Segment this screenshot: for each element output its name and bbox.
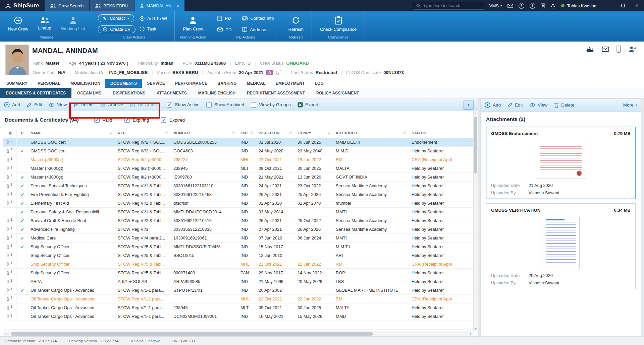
table-row[interactable]: 1Ship Security OfficerSTCW Reg VI/5 & Ta…	[3, 251, 474, 260]
view-button[interactable]: View	[529, 102, 547, 108]
tab-banking[interactable]: BANKING	[212, 79, 241, 88]
col-p[interactable]: P	[17, 128, 28, 138]
filter-funnel-icon[interactable]	[250, 131, 254, 135]
table-row[interactable]: 1✓Personal Survival TechniquesSTCW Reg V…	[3, 182, 474, 190]
table-row[interactable]: 1Master (>3000gt)STCW Reg II/2 (>3000...…	[3, 155, 474, 164]
add-button[interactable]: Add	[485, 102, 501, 108]
attachment-thumbnail[interactable]	[536, 140, 586, 179]
bank-icon[interactable]	[550, 3, 556, 8]
filter-funnel-icon[interactable]	[109, 131, 113, 135]
contact-info-button[interactable]: Contact Info	[241, 15, 275, 22]
working-list-button[interactable]: Working List	[58, 16, 88, 32]
mobile-icon[interactable]	[616, 46, 621, 53]
table-row[interactable]: 2✓Master (>3000gt)STCW Reg II/2 (>3000..…	[3, 173, 474, 182]
edit-button[interactable]: Edit	[507, 102, 523, 108]
refresh-button[interactable]: Refresh	[285, 15, 307, 32]
filter-expired[interactable]: Expired	[161, 117, 185, 123]
vessel-icon[interactable]	[586, 46, 594, 53]
attachment-card-gmdss-verification[interactable]: GMDSS VERIFICATION0.34 MBUploaded Date20…	[486, 203, 636, 289]
check-compliance-button[interactable]: Check Compliance	[317, 15, 360, 32]
col-number[interactable]: NUMBER	[171, 128, 238, 138]
info-icon[interactable]: i	[276, 70, 281, 75]
lineup-button[interactable]: Lineup	[34, 16, 55, 31]
filter-funnel-icon[interactable]	[403, 131, 407, 135]
table-row[interactable]: 1✓Fire Prevention & Fire FightingSTCW Re…	[3, 190, 474, 199]
subtab-attachments[interactable]: ATTACHMENTS	[151, 88, 193, 98]
email-icon[interactable]	[602, 47, 609, 52]
minimize-button[interactable]: –	[602, 0, 616, 11]
table-row[interactable]: 1Master (>3000gt)STCW Reg II/2 (>3000...…	[3, 164, 474, 173]
vertical-scrollbar[interactable]: ▲ ▼	[473, 111, 478, 331]
pd-mail-button[interactable]: PD	[216, 26, 233, 33]
filter-funnel-icon[interactable]	[289, 131, 292, 135]
edit-button[interactable]: Edit	[27, 102, 42, 107]
filter-funnel-icon[interactable]	[327, 131, 331, 135]
window-tab-crew-search[interactable]: Crew Search	[45, 0, 89, 11]
table-row[interactable]: 1✓Survival Craft & Rescue BoatSTCW Reg V…	[3, 216, 474, 225]
attachment-thumbnail[interactable]	[542, 217, 580, 269]
task-button[interactable]: Task	[138, 25, 158, 32]
close-button[interactable]: ×	[630, 0, 644, 11]
scrollbar-thumb[interactable]	[11, 332, 373, 336]
scroll-left-icon[interactable]: ◄	[3, 331, 8, 336]
filter-funnel-icon[interactable]	[232, 131, 235, 135]
close-tab-icon[interactable]: ×	[176, 3, 179, 8]
search-input[interactable]	[423, 3, 481, 8]
user-menu[interactable]: Tobias Kwetina	[561, 3, 596, 8]
tab-log[interactable]: LOG	[310, 79, 329, 88]
col-attachments[interactable]	[3, 128, 17, 138]
horizontal-scrollbar[interactable]: ◄ ►	[3, 331, 473, 336]
global-search[interactable]	[413, 2, 484, 10]
info-icon[interactable]: i	[530, 3, 535, 9]
tab-documents[interactable]: DOCUMENTS	[105, 79, 142, 88]
table-row[interactable]: 1✓Advanced Fire FightingSTCW Reg VI/3303…	[3, 225, 474, 234]
filter-funnel-icon[interactable]	[165, 131, 168, 135]
plan-crew-button[interactable]: Plan Crew	[179, 16, 206, 32]
subtab-recruitment-assessment[interactable]: RECRUITMENT ASSESSMENT	[241, 88, 311, 98]
pd-document-button[interactable]: PD	[216, 15, 233, 22]
table-row[interactable]: 1ARPAA-II/1 + SOLASARPA/990585IND21 May …	[3, 277, 474, 286]
tab-personal[interactable]: PERSONAL	[33, 79, 65, 88]
scroll-right-button[interactable]: ›	[464, 100, 474, 110]
create-cv-button[interactable]: Create CV	[98, 25, 136, 33]
show-archived-toggle[interactable]: Show Archived	[206, 102, 244, 108]
col-authority[interactable]: AUTHORITY	[333, 128, 409, 138]
tab-summary[interactable]: SUMMARY	[1, 79, 33, 88]
subtab-marlins-english[interactable]: MARLINS ENGLISH	[193, 88, 241, 98]
form-icon[interactable]	[541, 3, 545, 8]
table-row[interactable]: 1Oil Tanker Cargo Ops - AdvancedSTCW Reg…	[3, 303, 474, 312]
subtab-ocean-lms[interactable]: OCEAN LMS	[71, 88, 107, 98]
table-row[interactable]: 1✓Medical CareSTCW Reg VI/4 para 2...103…	[3, 234, 474, 243]
col-cnt[interactable]: CNT	[238, 128, 256, 138]
export-button[interactable]: Export	[298, 102, 318, 108]
new-crew-button[interactable]: New Crew	[5, 16, 32, 32]
table-row[interactable]: 1Ship Security OfficerSTCW Reg VI/5 & Ta…	[3, 260, 474, 269]
scroll-down-icon[interactable]: ▼	[474, 327, 478, 331]
address-button[interactable]: Address	[241, 26, 275, 33]
tab-service[interactable]: SERVICE	[142, 79, 170, 88]
view-button[interactable]: View	[49, 102, 67, 107]
table-row[interactable]: 2GMDSS GOC certSTCW Reg IV/2 + SOL...GMD…	[3, 138, 474, 147]
tab-mobilisation[interactable]: MOBILISATION	[65, 79, 105, 88]
more-button[interactable]: More ▾	[623, 102, 637, 108]
col-status[interactable]: STATUS	[409, 128, 474, 138]
table-row[interactable]: ✓Personal Safety & Soc. Responsibili...S…	[3, 208, 474, 216]
mail-icon[interactable]	[507, 4, 513, 8]
subtab-documents-certificates[interactable]: DOCUMENTS & CERTIFICATES	[0, 88, 71, 98]
table-row[interactable]: 1Oil Tanker Cargo Ops - AdvancedSTCW Reg…	[3, 295, 474, 303]
show-active-toggle[interactable]: Show Active	[167, 102, 200, 108]
subtab-dispensations[interactable]: DISPENSATIONS	[107, 88, 151, 98]
subtab-policy-assignment[interactable]: POLICY ASSIGNMENT	[311, 88, 365, 98]
vms-dropdown[interactable]: VMS ▾	[489, 3, 502, 8]
view-by-groups-toggle[interactable]: View by Groups	[251, 102, 291, 108]
add-button[interactable]: Add	[4, 102, 20, 108]
delete-button[interactable]: Delete	[554, 102, 574, 108]
table-row[interactable]: 1✓Oil Tanker Cargo Ops - AdvancedSTCW Re…	[3, 286, 474, 295]
table-row[interactable]: 1Ship Security OfficerSTCW Reg VI/5 & Ta…	[3, 269, 474, 277]
table-row[interactable]: 1✓Ship Security OfficerSTCW Reg VI/5 & T…	[3, 243, 474, 251]
help-icon[interactable]: ?	[519, 3, 524, 9]
scroll-right-icon[interactable]: ►	[469, 331, 473, 336]
tab-performance[interactable]: PERFORMANCE	[170, 79, 212, 88]
window-tab-beks-ebru[interactable]: BEKS EBRU	[90, 0, 133, 11]
scrollbar-thumb[interactable]	[474, 117, 477, 174]
